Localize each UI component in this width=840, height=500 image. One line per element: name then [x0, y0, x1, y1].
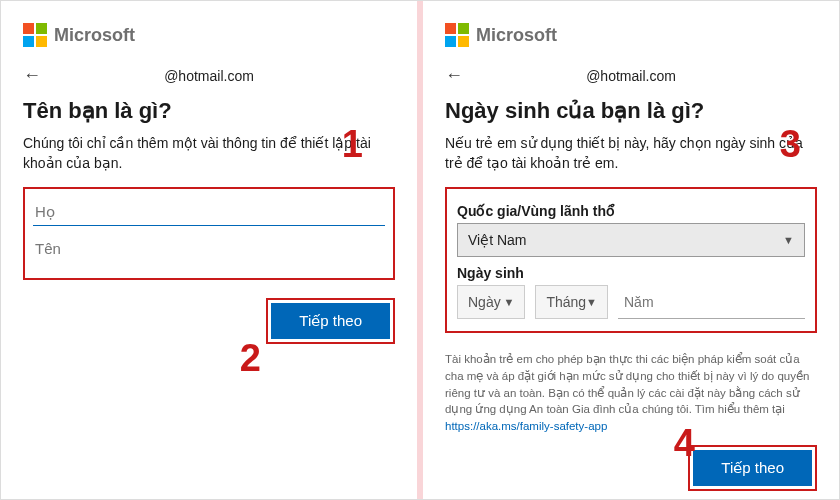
chevron-down-icon: ▼	[783, 234, 794, 246]
microsoft-logo-icon	[23, 23, 47, 47]
account-email: @hotmail.com	[445, 68, 817, 84]
next-button[interactable]: Tiếp theo	[271, 303, 390, 339]
next-button-highlight: Tiếp theo	[266, 298, 395, 344]
name-entry-panel: Microsoft ← @hotmail.com Tên bạn là gì? …	[1, 1, 417, 499]
birthdate-fields-group: Quốc gia/Vùng lãnh thổ Việt Nam ▼ Ngày s…	[445, 187, 817, 333]
chevron-down-icon: ▼	[504, 296, 515, 308]
page-subtitle: Nếu trẻ em sử dụng thiết bị này, hãy chọ…	[445, 134, 817, 173]
microsoft-logo-icon	[445, 23, 469, 47]
account-email: @hotmail.com	[23, 68, 395, 84]
chevron-down-icon: ▼	[586, 296, 597, 308]
name-fields-group	[23, 187, 395, 280]
logo-row: Microsoft	[23, 23, 395, 47]
next-button[interactable]: Tiếp theo	[693, 450, 812, 486]
birthdate-panel: Microsoft ← @hotmail.com Ngày sinh của b…	[423, 1, 839, 499]
page-subtitle: Chúng tôi chỉ cần thêm một vài thông tin…	[23, 134, 395, 173]
lastname-input[interactable]	[33, 195, 385, 226]
nav-row: ← @hotmail.com	[23, 65, 395, 86]
logo-row: Microsoft	[445, 23, 817, 47]
brand-text: Microsoft	[476, 25, 557, 46]
month-select[interactable]: Tháng ▼	[535, 285, 608, 319]
page-title: Tên bạn là gì?	[23, 98, 395, 124]
country-select[interactable]: Việt Nam ▼	[457, 223, 805, 257]
day-select[interactable]: Ngày ▼	[457, 285, 525, 319]
child-account-notice: Tài khoản trẻ em cho phép bạn thực thi c…	[445, 351, 817, 434]
country-value: Việt Nam	[468, 232, 527, 248]
nav-row: ← @hotmail.com	[445, 65, 817, 86]
dob-row: Ngày ▼ Tháng ▼	[457, 285, 805, 319]
dob-label: Ngày sinh	[457, 265, 805, 281]
country-label: Quốc gia/Vùng lãnh thổ	[457, 203, 805, 219]
next-button-highlight: Tiếp theo	[688, 445, 817, 491]
page-title: Ngày sinh của bạn là gì?	[445, 98, 817, 124]
firstname-input[interactable]	[33, 232, 385, 262]
family-safety-link[interactable]: https://aka.ms/family-safety-app	[445, 420, 607, 432]
year-input[interactable]	[618, 285, 805, 319]
brand-text: Microsoft	[54, 25, 135, 46]
two-panel-container: Microsoft ← @hotmail.com Tên bạn là gì? …	[0, 0, 840, 500]
